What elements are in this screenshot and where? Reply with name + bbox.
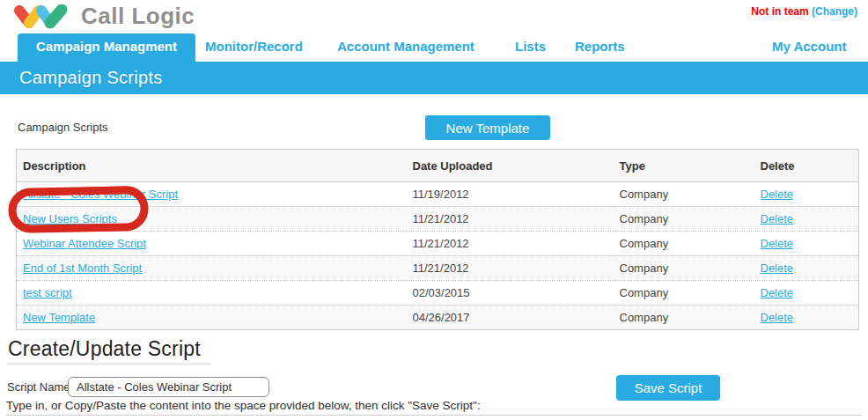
nav-account-management[interactable]: Account Management	[337, 33, 474, 62]
script-name-input[interactable]	[68, 377, 269, 397]
column-header-description: Description	[17, 150, 406, 182]
section-label: Campaign Scripts	[18, 121, 108, 134]
date-uploaded-cell: 02/03/2015	[406, 281, 613, 306]
heading-divider	[7, 364, 211, 365]
script-name-label: Script Name	[7, 380, 70, 394]
campaign-scripts-page: Call Logic Not in team (Change) Campaign…	[0, 0, 868, 420]
call-logic-logo-icon	[12, 4, 77, 33]
nav-reports[interactable]: Reports	[575, 33, 625, 62]
script-link[interactable]: Allstate - Coles Webinar Script	[23, 188, 178, 201]
nav-monitor-record[interactable]: Monitor/Record	[205, 33, 303, 62]
type-cell: Company	[613, 182, 754, 207]
column-header-delete: Delete	[754, 150, 859, 182]
create-update-heading: Create/Update Script	[8, 337, 201, 361]
bottom-divider	[6, 415, 862, 416]
date-uploaded-cell: 11/19/2012	[406, 182, 613, 207]
date-uploaded-cell: 04/26/2017	[406, 306, 613, 330]
team-change-link[interactable]: (Change)	[812, 5, 857, 18]
delete-link[interactable]: Delete	[761, 188, 794, 201]
date-uploaded-cell: 11/21/2012	[406, 232, 613, 256]
script-link[interactable]: test script	[23, 286, 72, 299]
new-template-button[interactable]: New Template	[425, 115, 550, 140]
delete-link[interactable]: Delete	[761, 286, 794, 299]
save-script-button[interactable]: Save Script	[616, 375, 720, 401]
delete-link[interactable]: Delete	[761, 237, 794, 250]
nav-my-account[interactable]: My Account	[772, 33, 846, 62]
date-uploaded-cell: 11/21/2012	[406, 207, 613, 232]
type-cell: Company	[613, 306, 754, 330]
table-header-row: Description Date Uploaded Type Delete	[17, 150, 859, 182]
page-banner: Campaign Scripts	[0, 62, 868, 94]
call-logic-logo-text: Call Logic	[81, 3, 195, 30]
table-row: New Users Scripts 11/21/2012 Company Del…	[17, 207, 859, 232]
script-link[interactable]: Webinar Attendee Script	[23, 237, 146, 250]
team-status-text: Not in team	[751, 5, 808, 18]
table-row: End of 1st Month Script 11/21/2012 Compa…	[17, 256, 859, 281]
column-header-date-uploaded: Date Uploaded	[406, 150, 613, 182]
team-status: Not in team (Change)	[751, 5, 857, 18]
type-cell: Company	[613, 232, 754, 256]
table-row: Allstate - Coles Webinar Script 11/19/20…	[17, 182, 859, 207]
type-cell: Company	[613, 256, 754, 281]
nav-lists[interactable]: Lists	[515, 33, 546, 62]
tab-campaign-management[interactable]: Campaign Managment	[18, 33, 195, 62]
column-header-type: Type	[613, 150, 754, 182]
type-cell: Company	[613, 281, 754, 306]
table-row: Webinar Attendee Script 11/21/2012 Compa…	[17, 232, 859, 256]
table-row: New Template 04/26/2017 Company Delete	[17, 306, 859, 330]
script-link[interactable]: New Users Scripts	[23, 212, 117, 225]
delete-link[interactable]: Delete	[761, 262, 794, 275]
scripts-table: Description Date Uploaded Type Delete Al…	[16, 149, 858, 330]
script-link[interactable]: New Template	[23, 311, 95, 324]
date-uploaded-cell: 11/21/2012	[406, 256, 613, 281]
instructions-text: Type in, or Copy/Paste the content into …	[6, 399, 481, 412]
delete-link[interactable]: Delete	[761, 212, 794, 225]
type-cell: Company	[613, 207, 754, 232]
delete-link[interactable]: Delete	[761, 311, 794, 324]
script-link[interactable]: End of 1st Month Script	[23, 262, 142, 275]
page-title: Campaign Scripts	[0, 62, 868, 94]
main-nav: Campaign Managment Monitor/Record Accoun…	[0, 33, 868, 62]
table-row: test script 02/03/2015 Company Delete	[17, 281, 859, 306]
